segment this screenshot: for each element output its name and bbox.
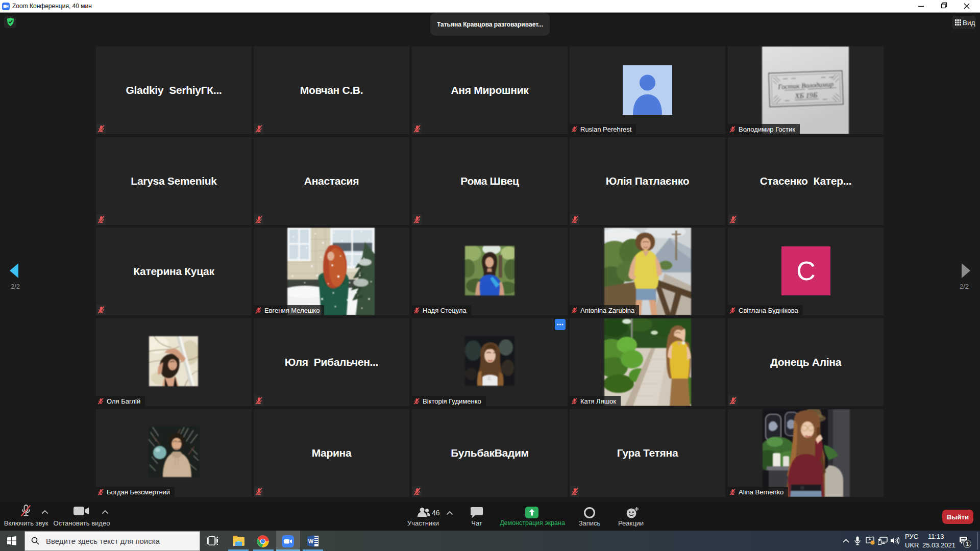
svg-text:W: W xyxy=(308,538,314,544)
svg-text:ХБ 19Б: ХБ 19Б xyxy=(794,91,818,100)
